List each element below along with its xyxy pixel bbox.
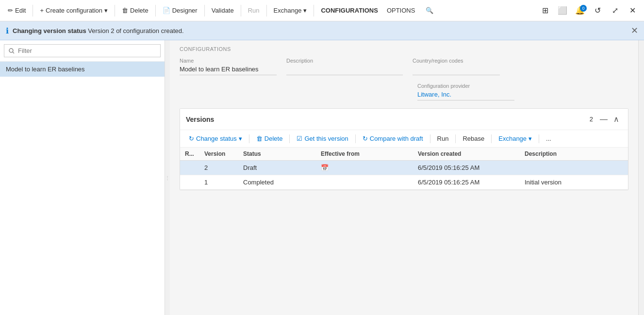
change-status-icon: ↻ <box>189 135 194 142</box>
toolbar-sep-6 <box>266 5 267 17</box>
row2-version: 1 <box>199 175 238 190</box>
row2-r <box>180 175 199 190</box>
row1-effective-from: 📅 <box>316 161 413 175</box>
search-icon: 🔍 <box>426 7 433 14</box>
sidebar-resize-handle[interactable]: ⋮ <box>165 40 170 315</box>
v-sep-4 <box>430 134 430 143</box>
v-sep-6 <box>491 134 492 143</box>
run-button[interactable]: Run <box>244 5 264 16</box>
config-description-value <box>286 66 403 75</box>
sidebar-filter-area <box>0 40 165 62</box>
v-sep-3 <box>355 134 356 143</box>
versions-exchange-button[interactable]: Exchange ▾ <box>495 133 536 144</box>
toolbar-sep-2 <box>115 5 115 17</box>
row2-version-created: 6/5/2019 05:16:25 AM <box>413 175 520 190</box>
change-status-button[interactable]: ↻ Change status ▾ <box>185 133 246 144</box>
versions-table: R... Version Status Effective from Versi… <box>180 148 628 190</box>
col-header-status: Status <box>238 148 316 161</box>
config-header: CONFIGURATIONS Name Model to learn ER ba… <box>170 40 638 100</box>
toolbar-sep-1 <box>33 5 33 17</box>
close-button[interactable]: ✕ <box>625 3 640 18</box>
rebase-button[interactable]: Rebase <box>459 133 488 144</box>
office-icon-button[interactable]: ⬜ <box>555 3 570 18</box>
filter-input[interactable] <box>4 44 161 57</box>
exchange-button[interactable]: Exchange ▾ <box>270 5 311 16</box>
edit-icon: ✏ <box>8 7 13 14</box>
compare-icon: ↻ <box>363 135 368 142</box>
notification-bar: ℹ Changing version status Version 2 of c… <box>0 21 644 40</box>
row1-version-created: 6/5/2019 05:16:25 AM <box>413 161 520 175</box>
versions-header: Versions 2 — ∧ <box>180 109 628 130</box>
configurations-nav-button[interactable]: CONFIGURATIONS <box>317 5 381 16</box>
row1-r <box>180 161 199 175</box>
config-provider-field: Configuration provider Litware, Inc. <box>417 83 514 100</box>
v-sep-1 <box>249 134 249 143</box>
col-header-effective-from: Effective from <box>316 148 413 161</box>
delete-button[interactable]: 🗑 Delete <box>118 5 152 16</box>
info-icon: ℹ <box>6 26 9 35</box>
versions-title: Versions <box>186 116 590 123</box>
config-country-value <box>413 66 500 75</box>
versions-collapse-button[interactable]: — <box>597 114 611 125</box>
notification-close-button[interactable]: ✕ <box>631 25 638 36</box>
config-provider-label: Configuration provider <box>417 83 514 89</box>
edit-button[interactable]: ✏ Edit <box>4 5 30 16</box>
scrollbar[interactable] <box>638 40 644 315</box>
chevron-down-icon: ▾ <box>104 7 108 14</box>
sidebar: Model to learn ER baselines <box>0 40 165 315</box>
row2-description: Initial version <box>520 175 628 190</box>
search-button[interactable]: 🔍 <box>422 5 437 16</box>
compare-draft-button[interactable]: ↻ Compare with draft <box>359 133 427 144</box>
plus-icon: + <box>40 7 44 14</box>
col-header-version: Version <box>199 148 238 161</box>
v-sep-7 <box>539 134 539 143</box>
refresh-button[interactable]: ↺ <box>590 3 605 18</box>
config-description-field: Description <box>286 58 403 75</box>
designer-icon: 📄 <box>163 7 170 14</box>
versions-toolbar: ↻ Change status ▾ 🗑 Delete ☑ Get this ve… <box>180 130 628 148</box>
grid-icon-button[interactable]: ⊞ <box>537 3 553 18</box>
versions-delete-button[interactable]: 🗑 Delete <box>252 133 287 144</box>
col-header-version-created: Version created <box>413 148 520 161</box>
window-controls: ⊞ ⬜ 🔔 0 ↺ ⤢ ✕ <box>537 3 640 18</box>
sidebar-item-model[interactable]: Model to learn ER baselines <box>0 62 165 77</box>
table-row[interactable]: 2 Draft 📅 6/5/2019 05:16:25 AM <box>180 161 628 175</box>
change-status-chevron-icon: ▾ <box>239 135 242 142</box>
config-country-field: Country/region codes <box>413 58 500 75</box>
versions-panel: Versions 2 — ∧ ↻ Change status ▾ 🗑 Delet… <box>180 108 628 190</box>
exchange-chevron2-icon: ▾ <box>528 135 532 142</box>
v-delete-icon: 🗑 <box>256 135 263 142</box>
notification-text: Changing version status Version 2 of con… <box>13 27 627 34</box>
toolbar-sep-7 <box>314 5 314 17</box>
col-header-r: R... <box>180 148 199 161</box>
table-header-row: R... Version Status Effective from Versi… <box>180 148 628 161</box>
options-nav-button[interactable]: OPTIONS <box>383 5 419 16</box>
row1-version: 2 <box>199 161 238 175</box>
exchange-chevron-icon: ▾ <box>303 7 307 14</box>
get-version-icon: ☑ <box>297 135 302 142</box>
create-configuration-button[interactable]: + Create configuration ▾ <box>36 5 112 16</box>
config-fields: Name Model to learn ER baselines Descrip… <box>180 58 628 75</box>
config-provider-link[interactable]: Litware, Inc. <box>417 91 514 100</box>
get-version-button[interactable]: ☑ Get this version <box>293 133 352 144</box>
validate-button[interactable]: Validate <box>208 5 238 16</box>
toolbar-sep-3 <box>155 5 156 17</box>
calendar-icon: 📅 <box>321 164 329 171</box>
more-options-button[interactable]: ... <box>542 133 555 144</box>
toolbar-sep-5 <box>241 5 241 17</box>
main-toolbar: ✏ Edit + Create configuration ▾ 🗑 Delete… <box>0 0 644 21</box>
config-country-label: Country/region codes <box>413 58 500 64</box>
designer-button[interactable]: 📄 Designer <box>159 5 201 16</box>
versions-run-button[interactable]: Run <box>433 133 453 144</box>
row2-status: Completed <box>238 175 316 190</box>
row1-status: Draft <box>238 161 316 175</box>
table-row[interactable]: 1 Completed 6/5/2019 05:16:25 AM Initial… <box>180 175 628 190</box>
content-area: CONFIGURATIONS Name Model to learn ER ba… <box>170 40 638 315</box>
versions-expand-button[interactable]: ∧ <box>611 114 622 125</box>
versions-count: 2 <box>590 116 593 123</box>
main-layout: Model to learn ER baselines ⋮ CONFIGURAT… <box>0 40 644 315</box>
popout-button[interactable]: ⤢ <box>607 3 623 18</box>
toolbar-sep-4 <box>204 5 205 17</box>
notification-badge: 0 <box>580 5 587 12</box>
config-name-label: Name <box>180 58 277 64</box>
